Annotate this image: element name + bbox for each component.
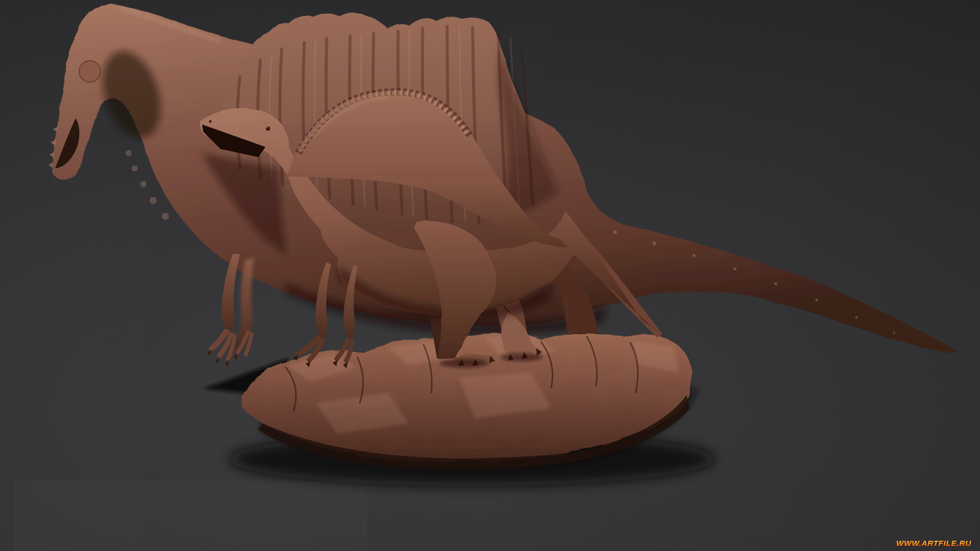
large-spinosaurus-arms [207, 254, 254, 367]
render-viewport: WWW.ARTFILE.RU [0, 0, 980, 551]
small-spinosaurus-nostril [209, 120, 212, 123]
small-spinosaurus-eye [266, 127, 270, 131]
sculpture-render [0, 0, 980, 551]
large-spinosaurus-cheek [79, 61, 101, 82]
watermark-text: WWW.ARTFILE.RU [896, 539, 971, 548]
